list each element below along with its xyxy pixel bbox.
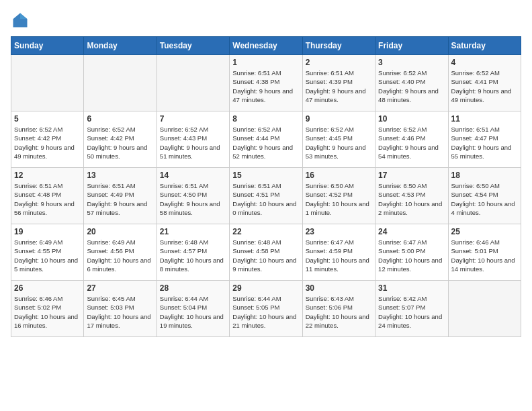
calendar-cell: 30Sunrise: 6:43 AM Sunset: 5:06 PM Dayli… [302,281,375,337]
weekday-header-wednesday: Wednesday [230,37,302,55]
day-info: Sunrise: 6:50 AM Sunset: 4:52 PM Dayligh… [306,181,372,217]
calendar-cell: 27Sunrise: 6:45 AM Sunset: 5:03 PM Dayli… [84,281,157,337]
calendar-cell: 24Sunrise: 6:47 AM Sunset: 5:00 PM Dayli… [375,224,448,281]
day-number: 20 [87,227,153,236]
day-number: 19 [14,227,81,236]
day-info: Sunrise: 6:51 AM Sunset: 4:50 PM Dayligh… [160,181,226,217]
calendar-cell: 18Sunrise: 6:50 AM Sunset: 4:54 PM Dayli… [448,168,521,224]
weekday-header-friday: Friday [375,37,448,55]
calendar-cell: 8Sunrise: 6:52 AM Sunset: 4:44 PM Daylig… [230,111,302,168]
calendar-cell: 14Sunrise: 6:51 AM Sunset: 4:50 PM Dayli… [157,168,229,224]
day-info: Sunrise: 6:46 AM Sunset: 5:02 PM Dayligh… [14,294,81,330]
day-info: Sunrise: 6:52 AM Sunset: 4:42 PM Dayligh… [87,125,153,161]
calendar-cell: 6Sunrise: 6:52 AM Sunset: 4:42 PM Daylig… [84,111,157,168]
day-info: Sunrise: 6:49 AM Sunset: 4:56 PM Dayligh… [87,238,153,273]
day-number: 26 [14,283,81,293]
day-number: 31 [378,283,445,293]
day-info: Sunrise: 6:52 AM Sunset: 4:40 PM Dayligh… [378,68,445,104]
day-number: 7 [160,114,226,124]
day-info: Sunrise: 6:47 AM Sunset: 5:00 PM Dayligh… [378,238,445,273]
calendar-container: SundayMondayTuesdayWednesdayThursdayFrid… [0,0,532,342]
calendar-cell [157,55,229,111]
day-number: 9 [306,114,372,124]
day-info: Sunrise: 6:52 AM Sunset: 4:41 PM Dayligh… [451,68,518,104]
calendar-cell: 13Sunrise: 6:51 AM Sunset: 4:49 PM Dayli… [84,168,157,224]
calendar-cell: 9Sunrise: 6:52 AM Sunset: 4:45 PM Daylig… [302,111,375,168]
calendar-cell: 3Sunrise: 6:52 AM Sunset: 4:40 PM Daylig… [375,55,448,111]
day-info: Sunrise: 6:50 AM Sunset: 4:53 PM Dayligh… [378,181,445,217]
calendar-cell: 26Sunrise: 6:46 AM Sunset: 5:02 PM Dayli… [11,281,84,337]
day-number: 5 [14,114,81,124]
calendar-cell: 21Sunrise: 6:48 AM Sunset: 4:57 PM Dayli… [157,224,229,281]
calendar-table: SundayMondayTuesdayWednesdayThursdayFrid… [11,36,521,337]
day-info: Sunrise: 6:51 AM Sunset: 4:51 PM Dayligh… [232,181,299,217]
day-number: 29 [232,283,299,293]
day-number: 1 [232,58,299,67]
day-info: Sunrise: 6:52 AM Sunset: 4:42 PM Dayligh… [14,125,81,161]
calendar-cell: 23Sunrise: 6:47 AM Sunset: 4:59 PM Dayli… [302,224,375,281]
weekday-header-sunday: Sunday [11,37,84,55]
calendar-week-2: 5Sunrise: 6:52 AM Sunset: 4:42 PM Daylig… [11,111,521,168]
calendar-week-4: 19Sunrise: 6:49 AM Sunset: 4:55 PM Dayli… [11,224,521,281]
day-number: 16 [306,171,372,180]
calendar-cell: 17Sunrise: 6:50 AM Sunset: 4:53 PM Dayli… [375,168,448,224]
calendar-cell [11,55,84,111]
weekday-header-tuesday: Tuesday [157,37,229,55]
day-number: 3 [378,58,445,67]
day-number: 17 [378,171,445,180]
day-info: Sunrise: 6:45 AM Sunset: 5:03 PM Dayligh… [87,294,153,330]
day-info: Sunrise: 6:51 AM Sunset: 4:38 PM Dayligh… [232,68,299,104]
weekday-header-monday: Monday [84,37,157,55]
calendar-header: SundayMondayTuesdayWednesdayThursdayFrid… [11,37,521,55]
day-info: Sunrise: 6:42 AM Sunset: 5:07 PM Dayligh… [378,294,445,330]
day-number: 15 [232,171,299,180]
logo-icon [11,11,30,30]
calendar-week-1: 1Sunrise: 6:51 AM Sunset: 4:38 PM Daylig… [11,55,521,111]
header [11,11,521,30]
day-info: Sunrise: 6:49 AM Sunset: 4:55 PM Dayligh… [14,238,81,273]
calendar-cell: 28Sunrise: 6:44 AM Sunset: 5:04 PM Dayli… [157,281,229,337]
day-info: Sunrise: 6:47 AM Sunset: 4:59 PM Dayligh… [306,238,372,273]
calendar-cell: 20Sunrise: 6:49 AM Sunset: 4:56 PM Dayli… [84,224,157,281]
weekday-header-thursday: Thursday [302,37,375,55]
day-number: 10 [378,114,445,124]
day-info: Sunrise: 6:52 AM Sunset: 4:45 PM Dayligh… [306,125,372,161]
calendar-cell: 10Sunrise: 6:52 AM Sunset: 4:46 PM Dayli… [375,111,448,168]
day-number: 30 [306,283,372,293]
day-number: 2 [306,58,372,67]
calendar-cell: 15Sunrise: 6:51 AM Sunset: 4:51 PM Dayli… [230,168,302,224]
day-info: Sunrise: 6:51 AM Sunset: 4:47 PM Dayligh… [451,125,518,161]
day-number: 25 [451,227,518,236]
day-number: 14 [160,171,226,180]
calendar-cell: 31Sunrise: 6:42 AM Sunset: 5:07 PM Dayli… [375,281,448,337]
calendar-cell: 19Sunrise: 6:49 AM Sunset: 4:55 PM Dayli… [11,224,84,281]
calendar-cell: 4Sunrise: 6:52 AM Sunset: 4:41 PM Daylig… [448,55,521,111]
day-number: 8 [232,114,299,124]
day-number: 4 [451,58,518,67]
day-info: Sunrise: 6:43 AM Sunset: 5:06 PM Dayligh… [306,294,372,330]
day-info: Sunrise: 6:52 AM Sunset: 4:43 PM Dayligh… [160,125,226,161]
day-number: 12 [14,171,81,180]
calendar-cell [448,281,521,337]
calendar-cell: 12Sunrise: 6:51 AM Sunset: 4:48 PM Dayli… [11,168,84,224]
day-number: 13 [87,171,153,180]
day-info: Sunrise: 6:52 AM Sunset: 4:46 PM Dayligh… [378,125,445,161]
calendar-cell: 7Sunrise: 6:52 AM Sunset: 4:43 PM Daylig… [157,111,229,168]
calendar-cell: 25Sunrise: 6:46 AM Sunset: 5:01 PM Dayli… [448,224,521,281]
day-number: 21 [160,227,226,236]
calendar-cell: 1Sunrise: 6:51 AM Sunset: 4:38 PM Daylig… [230,55,302,111]
logo [11,11,32,30]
calendar-cell: 5Sunrise: 6:52 AM Sunset: 4:42 PM Daylig… [11,111,84,168]
day-info: Sunrise: 6:44 AM Sunset: 5:04 PM Dayligh… [160,294,226,330]
svg-marker-1 [20,13,28,19]
calendar-cell: 29Sunrise: 6:44 AM Sunset: 5:05 PM Dayli… [230,281,302,337]
calendar-cell [84,55,157,111]
calendar-cell: 22Sunrise: 6:48 AM Sunset: 4:58 PM Dayli… [230,224,302,281]
day-info: Sunrise: 6:48 AM Sunset: 4:57 PM Dayligh… [160,238,226,273]
day-number: 27 [87,283,153,293]
day-info: Sunrise: 6:46 AM Sunset: 5:01 PM Dayligh… [451,238,518,273]
weekday-header-saturday: Saturday [448,37,521,55]
day-number: 18 [451,171,518,180]
day-info: Sunrise: 6:51 AM Sunset: 4:48 PM Dayligh… [14,181,81,217]
day-info: Sunrise: 6:44 AM Sunset: 5:05 PM Dayligh… [232,294,299,330]
